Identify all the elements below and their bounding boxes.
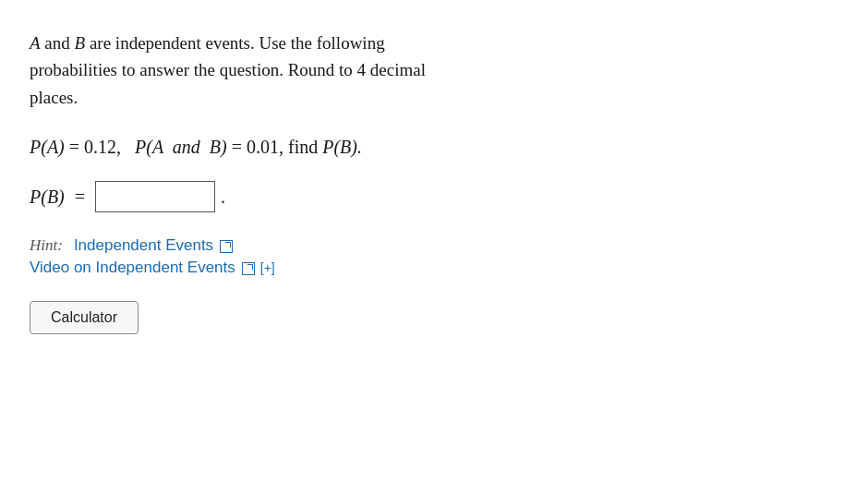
main-content: A and B are independent events. Use the … xyxy=(30,30,676,334)
hint-section: Hint: Independent Events Video on Indepe… xyxy=(30,236,676,277)
equals-sign: = xyxy=(70,183,90,211)
hint-line1: Hint: Independent Events xyxy=(30,236,676,255)
intro-line3: places. xyxy=(30,88,78,107)
calculator-button[interactable]: Calculator xyxy=(30,301,139,334)
var-b-intro: B xyxy=(75,33,86,53)
period: . xyxy=(221,183,225,211)
intro-line2: probabilities to answer the question. Ro… xyxy=(30,60,426,79)
pab-notation: P(A and B) xyxy=(135,137,227,157)
external-link-icon-1 xyxy=(220,240,233,253)
plus-badge: [+] xyxy=(260,260,275,275)
hint-link-video[interactable]: Video on Independent Events xyxy=(30,259,235,276)
pb-answer-label: P(B) xyxy=(30,183,65,211)
hint-line2: Video on Independent Events [+] xyxy=(30,259,676,277)
and-text: and xyxy=(44,33,74,53)
intro-paragraph: A and B are independent events. Use the … xyxy=(30,30,676,111)
pb-find-notation: P(B). xyxy=(322,137,362,157)
answer-input[interactable] xyxy=(95,181,215,212)
answer-line: P(B) = . xyxy=(30,181,676,212)
hint-link-independent-events[interactable]: Independent Events xyxy=(74,236,213,254)
pa-notation: P(A) xyxy=(30,137,65,157)
problem-statement: P(A) = 0.12, P(A and B) = 0.01, find P(B… xyxy=(30,133,676,161)
pa-value: = 0.12, xyxy=(69,137,130,157)
external-link-icon-2 xyxy=(242,262,255,275)
intro-rest: are independent events. Use the followin… xyxy=(90,33,385,53)
hint-label: Hint: xyxy=(30,236,63,254)
pab-value: = 0.01, find xyxy=(232,137,323,157)
var-a-intro: A xyxy=(30,33,41,53)
